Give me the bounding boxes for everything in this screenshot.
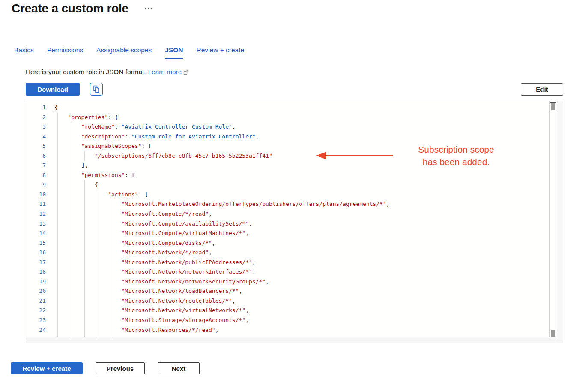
line-number: 5: [26, 141, 46, 151]
json-code-editor[interactable]: 1{2 "properties": {3 "roleName": "Aviatr…: [26, 101, 563, 343]
horizontal-scrollbar-track[interactable]: [26, 337, 557, 343]
scrollbar-bottom-thumb[interactable]: [551, 330, 555, 337]
review-create-button[interactable]: Review + create: [11, 362, 83, 374]
next-button[interactable]: Next: [158, 362, 200, 374]
tab-json[interactable]: JSON: [165, 46, 183, 59]
code-line: 9 {: [26, 180, 549, 190]
tab-permissions[interactable]: Permissions: [47, 46, 83, 59]
line-number: 20: [26, 286, 46, 296]
line-number: 3: [26, 122, 46, 132]
learn-more-link[interactable]: Learn more: [148, 68, 182, 76]
tab-assignable-scopes[interactable]: Assignable scopes: [96, 46, 152, 59]
code-line: 24 "Microsoft.Resources/*/read",: [26, 325, 549, 335]
annotation-arrow-icon: [315, 150, 394, 161]
code-line: 19 "Microsoft.Network/networkSecurityGro…: [26, 277, 549, 287]
vertical-scrollbar-track[interactable]: [549, 101, 557, 337]
outer-scrollbar-track[interactable]: [557, 101, 563, 343]
intro-row: Here is your custom role in JSON format.…: [26, 68, 189, 76]
context-menu-ellipsis-icon[interactable]: ···: [144, 4, 153, 11]
line-number: 6: [26, 151, 46, 161]
previous-button[interactable]: Previous: [96, 362, 145, 374]
code-line: 10 "actions": [: [26, 190, 549, 200]
code-line: 3 "roleName": "Aviatrix Controller Custo…: [26, 122, 549, 132]
line-number: 9: [26, 180, 46, 190]
line-number: 8: [26, 171, 46, 180]
annotation-line-1: Subscription scope: [405, 143, 507, 156]
line-number: 24: [26, 325, 46, 335]
code-line: 17 "Microsoft.Network/publicIPAddresses/…: [26, 258, 549, 268]
code-line: 15 "Microsoft.Compute/disks/*",: [26, 238, 549, 248]
line-number: 11: [26, 199, 46, 209]
tab-basics[interactable]: Basics: [14, 46, 34, 59]
code-line: 23 "Microsoft.Storage/storageAccounts/*"…: [26, 316, 549, 325]
tab-review-create[interactable]: Review + create: [197, 46, 245, 59]
code-line: 13 "Microsoft.Compute/availabilitySets/*…: [26, 219, 549, 229]
vertical-scrollbar-thumb[interactable]: [551, 103, 555, 110]
line-number: 22: [26, 306, 46, 316]
code-line: 22 "Microsoft.Network/virtualNetworks/*"…: [26, 306, 549, 316]
code-line: 12 "Microsoft.Compute/*/read",: [26, 209, 549, 219]
edit-button[interactable]: Edit: [521, 83, 563, 96]
tab-bar: BasicsPermissionsAssignable scopesJSONRe…: [14, 46, 244, 59]
line-number: 14: [26, 229, 46, 238]
copy-button[interactable]: [90, 83, 103, 96]
line-number: 16: [26, 248, 46, 258]
line-number: 17: [26, 258, 46, 268]
line-number: 15: [26, 238, 46, 248]
line-number: 19: [26, 277, 46, 287]
line-number: 12: [26, 209, 46, 219]
code-line: 2 "properties": {: [26, 113, 549, 123]
line-number: 23: [26, 316, 46, 325]
code-line: 20 "Microsoft.Network/loadBalancers/*",: [26, 286, 549, 296]
code-lines: 1{2 "properties": {3 "roleName": "Aviatr…: [26, 101, 549, 337]
code-line: 11 "Microsoft.MarketplaceOrdering/offerT…: [26, 199, 549, 209]
external-link-icon: [183, 69, 189, 75]
code-line: 14 "Microsoft.Compute/virtualMachines/*"…: [26, 229, 549, 238]
code-line: 16 "Microsoft.Network/*/read",: [26, 248, 549, 258]
code-line: 8 "permissions": [: [26, 171, 549, 180]
line-number: 21: [26, 296, 46, 306]
code-line: 1{: [26, 103, 549, 113]
download-button[interactable]: Download: [26, 83, 80, 96]
line-number: 4: [26, 132, 46, 142]
page-title: Create a custom role: [12, 2, 128, 15]
line-number: 2: [26, 113, 46, 123]
annotation-line-2: has been added.: [405, 156, 507, 168]
copy-icon: [93, 85, 100, 93]
line-number: 1: [26, 103, 46, 113]
line-number: 7: [26, 161, 46, 171]
line-number: 10: [26, 190, 46, 200]
annotation-text: Subscription scope has been added.: [405, 143, 507, 168]
code-line: 21 "Microsoft.Network/routeTables/*",: [26, 296, 549, 306]
intro-text: Here is your custom role in JSON format.: [26, 68, 146, 76]
line-number: 13: [26, 219, 46, 229]
code-line: 18 "Microsoft.Network/networkInterfaces/…: [26, 267, 549, 277]
line-number: 18: [26, 267, 46, 277]
code-line: 4 "description": "Custom role for Aviatr…: [26, 132, 549, 142]
